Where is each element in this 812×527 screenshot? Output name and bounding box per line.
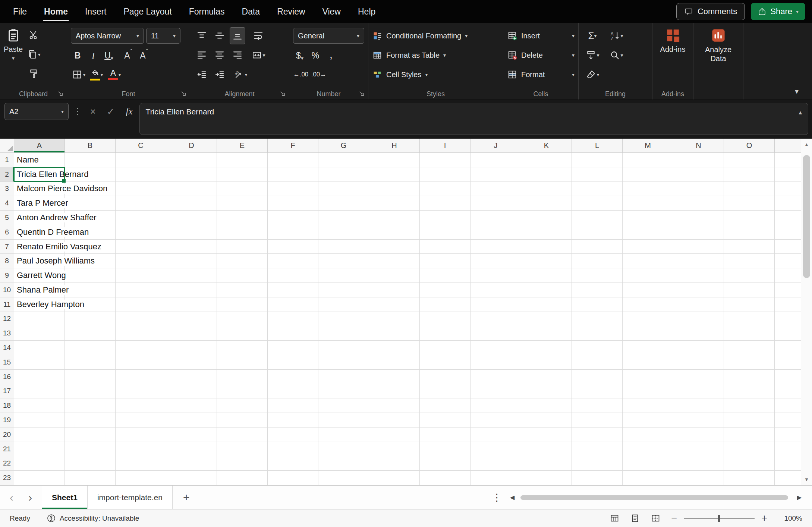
share-button[interactable]: Share ▾ <box>751 3 805 20</box>
cell-partial-3[interactable] <box>775 182 801 196</box>
number-format-select[interactable]: General ▾ <box>293 28 364 44</box>
cell-partial-7[interactable] <box>775 240 801 254</box>
cell-H3[interactable] <box>369 182 420 196</box>
cell-B17[interactable] <box>65 384 116 399</box>
cell-M8[interactable] <box>623 254 673 268</box>
accessibility-status[interactable]: Accessibility: Unavailable <box>47 514 139 523</box>
font-dialog-launcher-icon[interactable] <box>180 90 187 97</box>
font-size-select[interactable]: 11 ▾ <box>146 28 180 44</box>
cell-N4[interactable] <box>673 196 724 211</box>
row-header-16[interactable]: 16 <box>0 370 14 384</box>
cell-A12[interactable] <box>14 312 65 326</box>
cut-button[interactable] <box>26 26 41 44</box>
ribbon-tab-insert[interactable]: Insert <box>76 0 115 23</box>
cell-H20[interactable] <box>369 427 420 442</box>
cell-E2[interactable] <box>217 167 268 182</box>
orientation-button[interactable]: ▾ <box>233 66 248 83</box>
cell-L1[interactable] <box>572 153 623 167</box>
ribbon-tab-file[interactable]: File <box>4 0 35 23</box>
cell-G23[interactable] <box>318 471 369 485</box>
cell-A23[interactable] <box>14 471 65 485</box>
cell-M1[interactable] <box>623 153 673 167</box>
cell-F23[interactable] <box>268 471 318 485</box>
column-header-J[interactable]: J <box>470 139 521 153</box>
wrap-text-button[interactable] <box>251 27 266 44</box>
cell-D15[interactable] <box>166 355 217 370</box>
decrease-font-size-button[interactable]: Aˇ <box>137 47 151 63</box>
cell-B21[interactable] <box>65 442 116 457</box>
column-header-M[interactable]: M <box>623 139 673 153</box>
cell-G4[interactable] <box>318 196 369 211</box>
cell-M18[interactable] <box>623 398 673 413</box>
cell-K1[interactable] <box>521 153 572 167</box>
cell-N19[interactable] <box>673 413 724 427</box>
cell-L10[interactable] <box>572 283 623 297</box>
analyze-data-button[interactable]: Analyze Data <box>697 26 739 63</box>
cell-C17[interactable] <box>116 384 166 399</box>
collapse-formula-bar-icon[interactable]: ▴ <box>799 107 802 118</box>
cell-O7[interactable] <box>724 240 775 254</box>
cell-G18[interactable] <box>318 398 369 413</box>
vertical-scrollbar[interactable]: ▲ ▼ <box>801 139 812 485</box>
cell-J6[interactable] <box>470 225 521 240</box>
cell-C6[interactable] <box>116 225 166 240</box>
cell-D23[interactable] <box>166 471 217 485</box>
cell-partial-16[interactable] <box>775 370 801 384</box>
cell-F21[interactable] <box>268 442 318 457</box>
cell-F15[interactable] <box>268 355 318 370</box>
cell-J15[interactable] <box>470 355 521 370</box>
cell-E14[interactable] <box>217 341 268 355</box>
cell-A13[interactable] <box>14 326 65 341</box>
row-header-13[interactable]: 13 <box>0 326 14 341</box>
cell-O18[interactable] <box>724 398 775 413</box>
cell-J17[interactable] <box>470 384 521 399</box>
cell-D13[interactable] <box>166 326 217 341</box>
scroll-up-icon[interactable]: ▲ <box>801 142 812 147</box>
cell-B10[interactable] <box>65 283 116 297</box>
align-center-button[interactable] <box>212 47 227 64</box>
cell-I8[interactable] <box>420 254 470 268</box>
cell-O17[interactable] <box>724 384 775 399</box>
cell-F18[interactable] <box>268 398 318 413</box>
cell-N9[interactable] <box>673 268 724 283</box>
zoom-out-button[interactable]: − <box>671 513 677 523</box>
cell-D6[interactable] <box>166 225 217 240</box>
cell-F3[interactable] <box>268 182 318 196</box>
cell-F10[interactable] <box>268 283 318 297</box>
ribbon-tab-formulas[interactable]: Formulas <box>180 0 233 23</box>
cell-J21[interactable] <box>470 442 521 457</box>
row-header-18[interactable]: 18 <box>0 398 14 413</box>
cell-partial-8[interactable] <box>775 254 801 268</box>
cell-A19[interactable] <box>14 413 65 427</box>
cell-L8[interactable] <box>572 254 623 268</box>
cell-J7[interactable] <box>470 240 521 254</box>
cell-G10[interactable] <box>318 283 369 297</box>
cell-partial-11[interactable] <box>775 297 801 312</box>
cell-O20[interactable] <box>724 427 775 442</box>
cell-N15[interactable] <box>673 355 724 370</box>
cell-H1[interactable] <box>369 153 420 167</box>
cell-K11[interactable] <box>521 297 572 312</box>
column-header-A[interactable]: A <box>14 139 65 153</box>
cell-M10[interactable] <box>623 283 673 297</box>
cell-D19[interactable] <box>166 413 217 427</box>
cell-C2[interactable] <box>116 167 166 182</box>
cell-E1[interactable] <box>217 153 268 167</box>
cell-J18[interactable] <box>470 398 521 413</box>
cell-N22[interactable] <box>673 456 724 471</box>
cell-O10[interactable] <box>724 283 775 297</box>
cell-D12[interactable] <box>166 312 217 326</box>
enter-icon[interactable]: ✓ <box>107 107 115 116</box>
cell-J5[interactable] <box>470 211 521 225</box>
ribbon-tab-view[interactable]: View <box>314 0 349 23</box>
cell-O12[interactable] <box>724 312 775 326</box>
cell-E5[interactable] <box>217 211 268 225</box>
cell-partial-20[interactable] <box>775 427 801 442</box>
cell-F2[interactable] <box>268 167 318 182</box>
cell-D2[interactable] <box>166 167 217 182</box>
cell-A15[interactable] <box>14 355 65 370</box>
cell-A7[interactable]: Renato Emilio Vasquez <box>14 240 65 254</box>
cell-H7[interactable] <box>369 240 420 254</box>
cell-D9[interactable] <box>166 268 217 283</box>
cell-I11[interactable] <box>420 297 470 312</box>
